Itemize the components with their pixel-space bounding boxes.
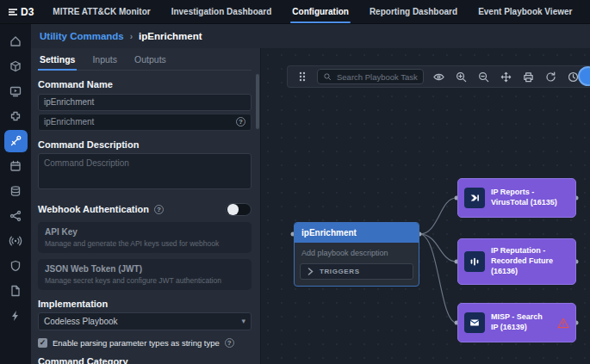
toggle-knob	[227, 204, 239, 215]
jwt-card[interactable]: JSON Web Token (JWT) Manage secret keys …	[38, 259, 252, 290]
rail-webhooks[interactable]	[4, 230, 28, 252]
toolbar-zoom-out[interactable]	[473, 68, 494, 85]
document-icon	[9, 284, 22, 298]
zoom-in-icon	[455, 71, 468, 83]
tab-settings[interactable]: Settings	[38, 54, 77, 70]
puzzle-icon	[9, 109, 22, 123]
help-icon[interactable]	[236, 117, 245, 126]
nav-label: Reporting Dashboard	[370, 7, 457, 16]
logo-text: D3	[21, 6, 34, 18]
breadcrumb-current: ipEnrichment	[139, 31, 202, 41]
rail-connections[interactable]	[4, 205, 28, 227]
rail-utility-commands[interactable]	[4, 130, 28, 152]
command-description-input[interactable]	[38, 153, 252, 189]
command-description-label: Command Description	[38, 139, 252, 150]
rail-home[interactable]	[4, 30, 28, 52]
task-title: IP Reports - VirusTotal (16135)	[491, 188, 569, 207]
help-icon[interactable]	[154, 205, 164, 214]
rail-data[interactable]	[4, 180, 28, 202]
task-node-virustotal[interactable]: IP Reports - VirusTotal (16135)	[457, 178, 576, 218]
tab-outputs[interactable]: Outputs	[133, 54, 168, 70]
virustotal-icon	[464, 188, 485, 208]
help-icon[interactable]	[225, 338, 234, 348]
package-icon	[9, 59, 22, 73]
task-search[interactable]	[317, 69, 424, 84]
nav-label: Investigation Dashboard	[171, 7, 272, 16]
jwt-description: Manage secret keys and configure JWT aut…	[45, 276, 245, 285]
tab-inputs[interactable]: Inputs	[90, 54, 119, 70]
calendar-icon	[9, 159, 22, 173]
rail-incidents[interactable]	[4, 55, 28, 77]
task-node-recorded-future[interactable]: IP Reputation - Recorded Future (16136)	[457, 238, 576, 285]
recorded-future-icon	[464, 251, 485, 272]
root-node-title[interactable]: ipEnrichment	[295, 223, 419, 243]
parsing-checkbox[interactable]	[38, 338, 47, 348]
zoom-out-icon	[477, 71, 490, 83]
misp-icon	[464, 312, 485, 333]
broadcast-icon	[9, 234, 22, 248]
d3-logo[interactable]: D3	[0, 0, 42, 23]
triggers-toggle[interactable]: TRIGGERS	[300, 263, 413, 280]
rail-integrations[interactable]	[4, 105, 28, 127]
rail-automation[interactable]	[4, 305, 28, 327]
nav-mitre-attck-monitor[interactable]: MITRE ATT&CK Monitor	[42, 0, 160, 23]
api-key-description: Manage and generate the API keys used fo…	[45, 239, 245, 248]
command-settings-panel: Settings Inputs Outputs Command Name ipE…	[31, 48, 260, 364]
form-scrollbar[interactable]	[256, 74, 259, 129]
nav-label: Configuration	[292, 7, 349, 16]
top-navigation-bar: D3 MITRE ATT&CK Monitor Investigation Da…	[0, 0, 590, 24]
monitor-play-icon	[9, 84, 22, 98]
refresh-icon	[544, 71, 557, 83]
breadcrumb-separator-icon: ›	[130, 32, 133, 41]
root-node-description[interactable]: Add playbook description	[295, 243, 419, 262]
breadcrumb-parent[interactable]: Utility Commands	[40, 31, 124, 41]
api-key-title: API Key	[45, 227, 245, 237]
implementation-value: Codeless Playbook	[44, 317, 118, 326]
warning-icon[interactable]	[557, 318, 569, 329]
toolbar-fit-screen[interactable]	[495, 68, 516, 85]
parsing-checkbox-label: Enable parsing parameter types as string…	[53, 338, 220, 348]
rail-monitor[interactable]	[4, 80, 28, 102]
toolbar-print[interactable]	[518, 68, 538, 85]
rail-schedule[interactable]	[4, 155, 28, 177]
d3-logo-icon	[8, 7, 18, 17]
playbook-canvas[interactable]: ipEnrichment Add playbook description TR…	[260, 48, 590, 364]
move-fit-icon	[500, 71, 512, 83]
api-key-card[interactable]: API Key Manage and generate the API keys…	[38, 222, 252, 253]
lightning-icon	[9, 309, 22, 323]
nav-event-playbook-viewer[interactable]: Event Playbook Viewer	[468, 0, 582, 23]
nav-investigation-dashboard[interactable]: Investigation Dashboard	[161, 0, 283, 23]
nav-reporting-dashboard[interactable]: Reporting Dashboard	[359, 0, 468, 23]
nav-label: Event Playbook Viewer	[478, 7, 572, 16]
tools-icon	[9, 134, 22, 148]
command-display-name-value: ipEnrichment	[44, 117, 94, 126]
toolbar-drag-handle[interactable]	[292, 68, 313, 85]
implementation-label: Implementation	[38, 299, 252, 309]
task-search-input[interactable]	[337, 72, 418, 82]
task-title: IP Reputation - Recorded Future (16136)	[491, 246, 569, 276]
task-node-misp[interactable]: MISP - Search IP (16139)	[457, 303, 576, 342]
task-title: MISP - Search IP (16139)	[491, 312, 551, 332]
sidebar-icon-rail	[0, 24, 31, 364]
flow-share-icon	[9, 209, 22, 223]
app-window: D3 MITRE ATT&CK Monitor Investigation Da…	[0, 0, 590, 364]
panel-tabs: Settings Inputs Outputs	[38, 50, 252, 71]
command-name-label: Command Name	[38, 79, 252, 89]
webhook-auth-toggle[interactable]	[226, 203, 252, 216]
toolbar-preview[interactable]	[428, 68, 449, 85]
toolbar-refresh[interactable]	[540, 68, 561, 85]
rail-reports[interactable]	[4, 280, 28, 302]
toolbar-zoom-in[interactable]	[450, 68, 471, 85]
triggers-label: TRIGGERS	[320, 268, 360, 275]
command-display-name-row[interactable]: ipEnrichment	[38, 114, 252, 131]
breadcrumb: Utility Commands › ipEnrichment	[31, 24, 590, 48]
canvas-toolbar	[287, 65, 590, 88]
rail-security[interactable]	[4, 255, 28, 277]
nav-configuration[interactable]: Configuration	[282, 0, 359, 23]
jwt-title: JSON Web Token (JWT)	[45, 264, 245, 274]
implementation-select[interactable]: Codeless Playbook	[38, 312, 252, 330]
command-name-input[interactable]	[38, 94, 252, 111]
chevron-right-icon	[307, 268, 314, 275]
playbook-root-node[interactable]: ipEnrichment Add playbook description TR…	[294, 222, 419, 287]
eye-icon	[432, 71, 445, 83]
